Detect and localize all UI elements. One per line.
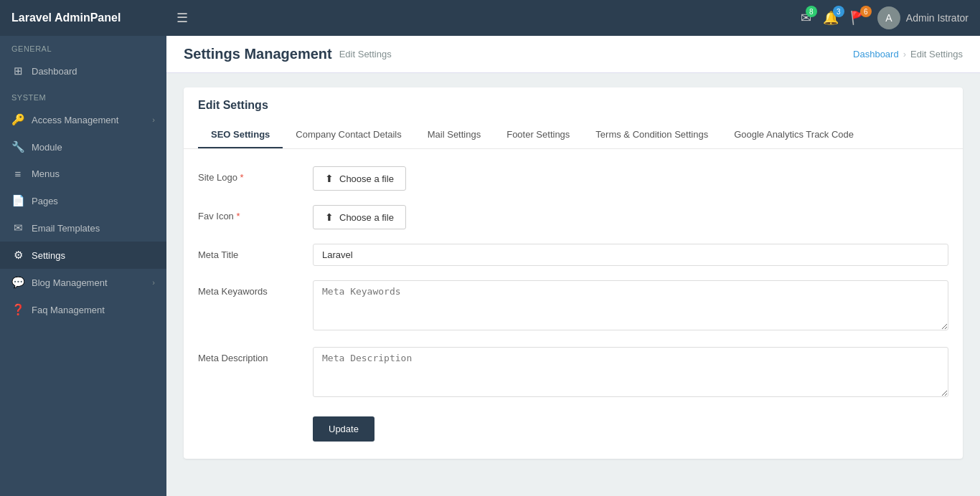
breadcrumb-home[interactable]: Dashboard [853, 49, 899, 59]
meta-title-control [313, 244, 948, 266]
page-header: Settings Management Edit Settings Dashbo… [166, 36, 980, 73]
form-body: Site Logo * ⬆ Choose a file [184, 149, 963, 459]
admin-menu[interactable]: A Admin Istrator [877, 6, 969, 29]
avatar: A [877, 6, 900, 29]
menu-toggle-icon[interactable]: ☰ [176, 10, 188, 26]
sidebar-item-label: Module [32, 142, 155, 153]
email-icon: ✉ [11, 221, 24, 234]
meta-keywords-label: Meta Keyawords [198, 280, 313, 297]
page-title: Settings Management [184, 46, 332, 62]
form-actions: Update [198, 414, 948, 442]
upload-icon: ⬆ [325, 211, 334, 223]
fav-icon-file-button[interactable]: ⬆ Choose a file [313, 205, 406, 229]
content-area: Edit Settings SEO Settings Company Conta… [166, 73, 980, 496]
tabs: SEO Settings Company Contact Details Mai… [198, 122, 948, 148]
faq-icon: ❓ [11, 303, 24, 316]
sidebar-item-blog-management[interactable]: 💬 Blog Management › [0, 269, 166, 296]
admin-name: Admin Istrator [906, 12, 969, 24]
breadcrumb-current: Edit Settings [910, 49, 963, 59]
mail-icon-wrap[interactable]: ✉ 8 [801, 10, 811, 26]
main-content: Settings Management Edit Settings Dashbo… [166, 36, 980, 496]
meta-description-input[interactable] [313, 347, 948, 397]
tab-footer[interactable]: Footer Settings [494, 122, 583, 148]
fav-icon-control: ⬆ Choose a file [313, 205, 948, 229]
meta-title-label: Meta Title [198, 244, 313, 260]
topnav: Laravel AdminPanel ☰ ✉ 8 🔔 3 🚩 6 A Admin… [0, 0, 980, 36]
breadcrumb: Dashboard › Edit Settings [853, 49, 963, 59]
breadcrumb-separator: › [903, 49, 906, 59]
menu-icon: ≡ [11, 168, 24, 180]
sidebar-item-menus[interactable]: ≡ Menus [0, 161, 166, 187]
wrench-icon: 🔧 [11, 140, 24, 153]
sidebar-item-faq-management[interactable]: ❓ Faq Management [0, 296, 166, 323]
chevron-right-icon: › [152, 115, 155, 124]
flag-icon-wrap[interactable]: 🚩 6 [850, 10, 866, 26]
key-icon: 🔑 [11, 113, 24, 126]
sidebar-item-label: Pages [32, 196, 155, 206]
site-logo-label: Site Logo * [198, 166, 313, 183]
page-title-wrap: Settings Management Edit Settings [184, 46, 392, 62]
site-logo-control: ⬆ Choose a file [313, 166, 948, 191]
sidebar-item-module[interactable]: 🔧 Module [0, 133, 166, 161]
tab-mail[interactable]: Mail Settings [415, 122, 494, 148]
tab-analytics[interactable]: Google Analytics Track Code [721, 122, 867, 148]
fav-icon-label: Fav Icon * [198, 205, 313, 221]
sidebar-item-label: Faq Management [32, 305, 155, 315]
page-icon: 📄 [11, 194, 24, 207]
sidebar-item-label: Blog Management [32, 277, 145, 288]
meta-description-label: Meta Description [198, 347, 313, 363]
meta-keywords-row: Meta Keyawords [198, 280, 948, 333]
bell-badge: 3 [833, 6, 844, 17]
sidebar: General ⊞ Dashboard System 🔑 Access Mana… [0, 36, 166, 496]
flag-badge: 6 [860, 6, 872, 17]
sidebar-item-email-templates[interactable]: ✉ Email Templates [0, 214, 166, 242]
meta-description-control [313, 347, 948, 399]
meta-title-row: Meta Title [198, 244, 948, 266]
sidebar-item-label: Menus [32, 168, 155, 179]
dashboard-icon: ⊞ [11, 65, 24, 77]
card-title: Edit Settings [198, 99, 948, 112]
sidebar-item-settings[interactable]: ⚙ Settings [0, 242, 166, 269]
settings-card: Edit Settings SEO Settings Company Conta… [184, 87, 963, 459]
tab-company[interactable]: Company Contact Details [283, 122, 414, 148]
tab-terms[interactable]: Terms & Condition Settings [583, 122, 721, 148]
required-marker: * [236, 211, 240, 221]
sidebar-item-label: Settings [32, 250, 155, 261]
required-marker: * [240, 172, 244, 183]
upload-icon: ⬆ [325, 173, 334, 184]
fav-icon-row: Fav Icon * ⬆ Choose a file [198, 205, 948, 229]
layout: General ⊞ Dashboard System 🔑 Access Mana… [0, 36, 980, 496]
sidebar-item-pages[interactable]: 📄 Pages [0, 187, 166, 214]
chevron-right-icon: › [152, 278, 155, 287]
meta-title-input[interactable] [313, 244, 948, 266]
meta-description-row: Meta Description [198, 347, 948, 399]
sidebar-item-label: Email Templates [32, 223, 155, 234]
sidebar-item-label: Access Management [32, 115, 145, 125]
brand-label: Laravel AdminPanel [11, 11, 176, 24]
site-logo-file-button[interactable]: ⬆ Choose a file [313, 166, 406, 191]
update-button[interactable]: Update [313, 416, 374, 442]
topnav-right: ✉ 8 🔔 3 🚩 6 A Admin Istrator [801, 6, 969, 29]
card-header: Edit Settings SEO Settings Company Conta… [184, 87, 963, 149]
sidebar-item-dashboard[interactable]: ⊞ Dashboard [0, 57, 166, 85]
page-subtitle: Edit Settings [339, 49, 392, 59]
sidebar-item-label: Dashboard [32, 66, 155, 77]
meta-keywords-control [313, 280, 948, 333]
general-section-label: General [0, 36, 166, 57]
system-section-label: System [0, 85, 166, 106]
meta-keywords-input[interactable] [313, 280, 948, 330]
mail-badge: 8 [806, 6, 817, 17]
site-logo-row: Site Logo * ⬆ Choose a file [198, 166, 948, 191]
tab-seo[interactable]: SEO Settings [198, 122, 283, 148]
sidebar-item-access-management[interactable]: 🔑 Access Management › [0, 106, 166, 133]
blog-icon: 💬 [11, 276, 24, 289]
settings-icon: ⚙ [11, 249, 24, 262]
bell-icon-wrap[interactable]: 🔔 3 [823, 10, 839, 26]
